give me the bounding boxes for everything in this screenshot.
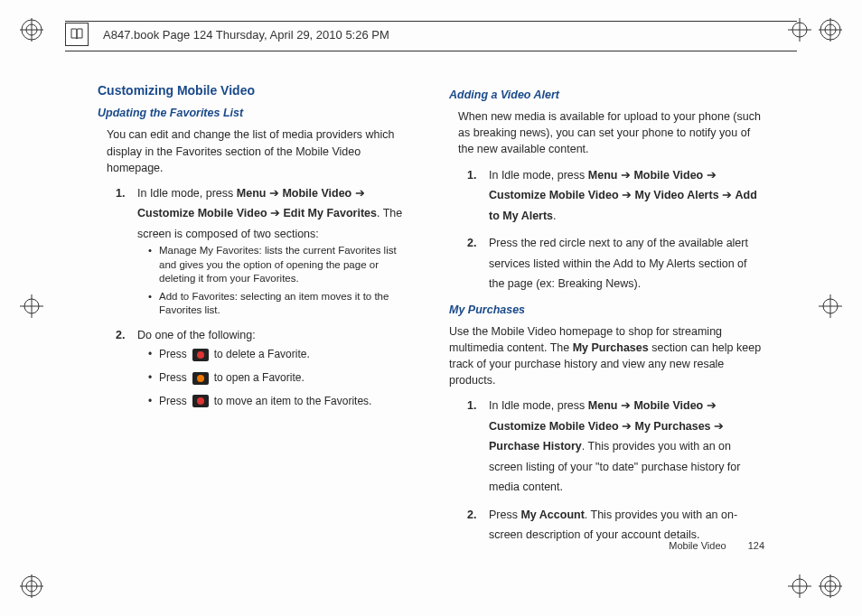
delete-key-icon — [192, 349, 209, 361]
press-item: Press to move an item to the Favorites. — [148, 392, 413, 412]
press-item: Press to delete a Favorite. — [148, 345, 413, 365]
step-text: Do one of the following: — [137, 329, 256, 341]
body-text: When new media is available for upload t… — [458, 108, 764, 157]
step-item: Do one of the following: Press to delete… — [116, 325, 413, 411]
step-text: Press — [489, 509, 520, 521]
step-text: In Idle mode, press — [489, 399, 588, 412]
page-content: Customizing Mobile Video Updating the Fa… — [98, 81, 764, 562]
step-item: Press the red circle next to any of the … — [467, 233, 764, 294]
left-column: Customizing Mobile Video Updating the Fa… — [98, 81, 413, 562]
bullet-item: Manage My Favorites: lists the current F… — [148, 244, 413, 286]
crop-mark-icon — [20, 294, 43, 318]
body-text: You can edit and change the list of medi… — [107, 126, 413, 175]
press-label: Press — [159, 392, 187, 412]
menu-path: Edit My Favorites — [284, 207, 378, 219]
press-item: Press to open a Favorite. — [148, 369, 413, 388]
document-header: A847.book Page 124 Thursday, April 29, 2… — [65, 16, 797, 52]
menu-path: Menu — [588, 169, 618, 182]
step-item: In Idle mode, press Menu ➔ Mobile Video … — [116, 183, 413, 318]
press-text: to delete a Favorite. — [214, 345, 310, 365]
section-heading: Customizing Mobile Video — [98, 81, 413, 99]
menu-path: Menu — [237, 187, 267, 200]
step-item: In Idle mode, press Menu ➔ Mobile Video … — [467, 396, 764, 498]
crop-mark-icon — [788, 574, 811, 598]
crop-mark-icon — [20, 574, 43, 598]
crop-mark-icon — [819, 18, 842, 42]
step-item: In Idle mode, press Menu ➔ Mobile Video … — [467, 165, 764, 227]
subsection-heading: Adding a Video Alert — [449, 87, 764, 103]
step-text: In Idle mode, press — [489, 169, 588, 182]
crop-mark-icon — [819, 574, 842, 598]
footer-page-number: 124 — [748, 540, 764, 551]
menu-path: Mobile Video — [633, 399, 703, 412]
press-label: Press — [159, 369, 187, 388]
menu-path: Mobile Video — [282, 187, 351, 200]
right-column: Adding a Video Alert When new media is a… — [449, 81, 764, 562]
book-icon — [65, 23, 89, 46]
subsection-heading: My Purchases — [449, 302, 764, 318]
move-key-icon — [192, 395, 209, 407]
menu-path: Purchase History — [489, 440, 582, 453]
bullet-item: Add to Favorites: selecting an item move… — [148, 290, 413, 318]
menu-path: Customize Mobile Video — [489, 420, 619, 433]
press-label: Press — [159, 345, 187, 365]
press-text: to open a Favorite. — [214, 369, 305, 388]
open-key-icon — [192, 372, 209, 385]
subsection-heading: Updating the Favorites List — [98, 105, 413, 121]
menu-path: Menu — [588, 399, 618, 412]
menu-path: Customize Mobile Video — [489, 189, 619, 201]
page-footer: Mobile Video 124 — [669, 540, 764, 551]
press-text: to move an item to the Favorites. — [214, 392, 372, 412]
menu-path: Customize Mobile Video — [137, 207, 267, 219]
step-item: Press My Account. This provides you with… — [467, 505, 764, 546]
body-text: Use the Mobile Video homepage to shop fo… — [449, 323, 764, 389]
footer-section: Mobile Video — [669, 540, 726, 551]
menu-path: My Video Alerts — [635, 189, 719, 201]
crop-mark-icon — [20, 18, 43, 42]
step-text: In Idle mode, press — [137, 187, 237, 200]
menu-path: Mobile Video — [633, 169, 703, 182]
menu-path: My Account — [520, 509, 584, 521]
header-text: A847.book Page 124 Thursday, April 29, 2… — [99, 28, 393, 42]
crop-mark-icon — [819, 294, 842, 318]
menu-path: My Purchases — [635, 420, 711, 433]
